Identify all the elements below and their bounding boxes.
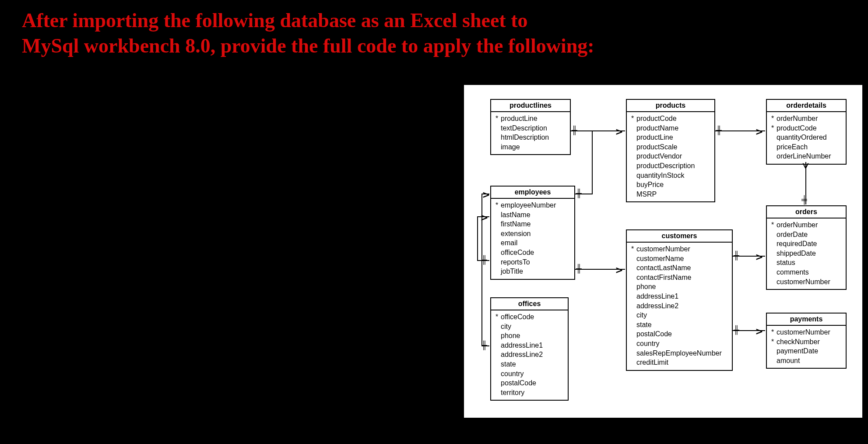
pk-marker-icon: [631, 329, 635, 339]
pk-marker-icon: [631, 254, 635, 264]
column-row: extension: [495, 229, 570, 239]
column-name: requiredDate: [777, 239, 817, 249]
column-row: orderDate: [771, 230, 841, 240]
column-row: *orderNumber: [771, 220, 841, 230]
pk-marker-icon: [771, 346, 775, 356]
pk-marker-icon: [771, 142, 775, 152]
pk-marker-icon: [631, 358, 635, 367]
column-name: productVendor: [636, 152, 682, 161]
rel-employees-self: [477, 216, 478, 261]
pk-marker-icon: *: [771, 220, 775, 230]
erd-diagram: productlines *productLinetextDescription…: [464, 85, 862, 418]
column-row: productLine: [631, 133, 710, 142]
crowfoot-many-icon: ᐱ: [614, 129, 624, 134]
column-name: email: [501, 238, 517, 248]
column-row: *productCode: [631, 114, 710, 123]
column-name: state: [501, 359, 516, 369]
column-row: jobTitle: [495, 267, 570, 276]
pk-marker-icon: [495, 229, 499, 239]
column-name: reportsTo: [501, 257, 530, 267]
column-row: addressLine2: [495, 350, 563, 359]
pk-marker-icon: [771, 133, 775, 142]
table-orderdetails: orderdetails *orderNumber*productCodequa…: [766, 99, 847, 165]
table-products: products *productCodeproductNameproductL…: [626, 99, 715, 202]
column-name: addressLine2: [636, 301, 678, 311]
crowfoot-many-icon: ᐱ: [754, 329, 764, 334]
column-row: *customerNumber: [771, 328, 841, 337]
pk-marker-icon: [631, 339, 635, 349]
column-row: phone: [631, 282, 727, 292]
column-row: territory: [495, 388, 563, 398]
column-row: amount: [771, 356, 841, 366]
column-name: status: [777, 258, 795, 268]
table-columns: *officeCodecityphoneaddressLine1addressL…: [491, 310, 568, 400]
column-name: productDescription: [636, 161, 695, 171]
table-header: employees: [491, 187, 574, 199]
pk-marker-icon: [631, 133, 635, 142]
column-row: priceEach: [771, 142, 841, 152]
column-name: phone: [501, 331, 520, 341]
page-root: After importing the following database a…: [0, 0, 868, 444]
column-name: addressLine1: [501, 341, 543, 350]
column-name: orderLineNumber: [777, 152, 831, 161]
column-row: productDescription: [631, 161, 710, 171]
pk-marker-icon: [631, 263, 635, 273]
column-name: shippedDate: [777, 249, 816, 258]
column-row: phone: [495, 331, 563, 341]
crowfoot-one-icon: ╫: [481, 341, 487, 350]
crowfoot-one-icon: ╫: [572, 126, 577, 135]
column-name: customerName: [636, 254, 684, 264]
pk-marker-icon: *: [771, 114, 775, 123]
column-name: orderNumber: [777, 114, 818, 123]
pk-marker-icon: [631, 190, 635, 199]
pk-marker-icon: [771, 152, 775, 161]
column-row: *customerNumber: [631, 244, 727, 254]
pk-marker-icon: [495, 123, 499, 133]
column-row: reportsTo: [495, 257, 570, 267]
crowfoot-many-icon: ᐱ: [479, 215, 489, 220]
column-row: shippedDate: [771, 249, 841, 258]
pk-marker-icon: [495, 248, 499, 257]
column-row: postalCode: [631, 329, 727, 339]
pk-marker-icon: [495, 331, 499, 341]
column-row: image: [495, 142, 566, 152]
column-name: extension: [501, 229, 531, 239]
column-row: *checkNumber: [771, 337, 841, 347]
column-name: contactLastName: [636, 263, 691, 273]
column-row: country: [495, 369, 563, 379]
pk-marker-icon: *: [771, 123, 775, 133]
pk-marker-icon: [631, 310, 635, 320]
pk-marker-icon: [495, 257, 499, 267]
column-name: lastName: [501, 210, 531, 220]
column-row: *productCode: [771, 123, 841, 133]
column-name: orderDate: [777, 230, 808, 240]
pk-marker-icon: [495, 359, 499, 369]
pk-marker-icon: [631, 349, 635, 358]
column-name: state: [636, 320, 652, 330]
crowfoot-one-icon: ╫: [734, 251, 739, 260]
column-row: textDescription: [495, 123, 566, 133]
column-name: addressLine1: [636, 292, 678, 301]
column-name: officeCode: [501, 312, 534, 322]
column-row: *employeeNumber: [495, 201, 570, 210]
column-row: paymentDate: [771, 346, 841, 356]
column-row: quantityOrdered: [771, 133, 841, 142]
pk-marker-icon: [495, 322, 499, 331]
table-header: orderdetails: [767, 100, 846, 112]
pk-marker-icon: [771, 277, 775, 287]
column-name: priceEach: [777, 142, 808, 152]
table-productlines: productlines *productLinetextDescription…: [490, 99, 571, 155]
column-name: country: [501, 369, 524, 379]
column-name: city: [501, 322, 511, 331]
pk-marker-icon: *: [495, 114, 499, 123]
column-name: checkNumber: [777, 337, 820, 347]
pk-marker-icon: [495, 378, 499, 388]
pk-marker-icon: [495, 267, 499, 276]
column-row: lastName: [495, 210, 570, 220]
column-name: MSRP: [636, 190, 657, 199]
pk-marker-icon: *: [495, 201, 499, 210]
table-employees: employees *employeeNumberlastNamefirstNa…: [490, 186, 575, 280]
column-row: contactLastName: [631, 263, 727, 273]
column-name: amount: [777, 356, 800, 366]
column-row: *productLine: [495, 114, 566, 123]
